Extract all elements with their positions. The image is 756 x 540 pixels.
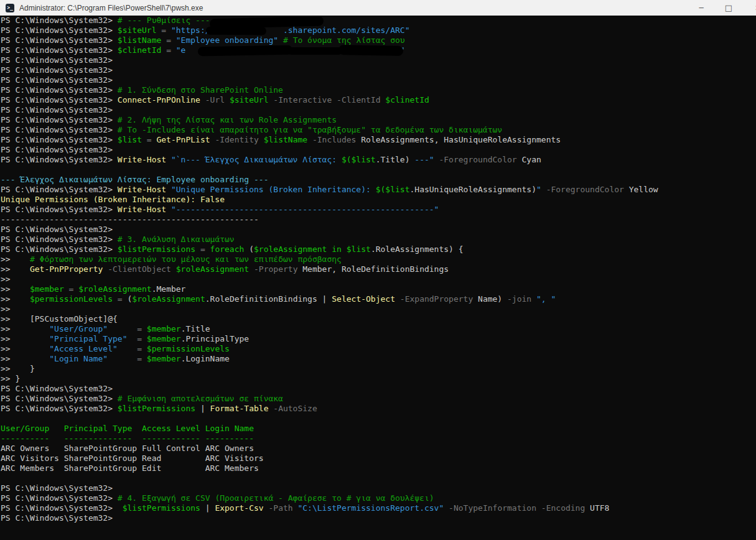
terminal-text-segment: # Φόρτωση των λεπτομερειών του μέλους κα… — [30, 254, 342, 264]
terminal-text-segment — [536, 503, 541, 513]
terminal-line: >> "Principal Type" = $member.PrincipalT… — [0, 334, 756, 344]
terminal-text-segment: --- Έλεγχος Δικαιωμάτων Λίστας: Employee… — [1, 175, 268, 184]
terminal-text-segment — [225, 95, 230, 105]
terminal-line: >> "User/Group" = $member.Title — [0, 324, 756, 334]
terminal-text-segment: >> — [1, 264, 30, 274]
terminal-text-segment: = — [147, 135, 152, 144]
terminal-line: PS C:\Windows\System32> Write-Host "Uniq… — [0, 185, 756, 195]
terminal-text-segment: User/Group Principal Type Access Level L… — [1, 424, 254, 433]
terminal-text-segment: >> } — [1, 374, 20, 383]
terminal-text-segment: -Path — [269, 503, 293, 513]
terminal-text-segment: >> — [1, 334, 49, 343]
terminal-text-segment — [166, 155, 171, 164]
terminal-text-segment: | — [195, 404, 210, 413]
terminal-text-segment: $listPermissions — [123, 503, 200, 513]
terminal-text-segment: = — [200, 244, 205, 254]
terminal-text-segment: "C:\ListPermissionsReport.csv" — [297, 503, 444, 513]
terminal-text-segment — [395, 294, 400, 304]
terminal-text-segment: ---------- -------------- ------------ -… — [1, 434, 254, 443]
terminal-line: PS C:\Windows\System32> $listName = "Emp… — [0, 35, 756, 45]
terminal-line: >> [PSCustomObject]@{ — [0, 314, 756, 324]
terminal-text-segment: "Access Level" — [49, 344, 118, 353]
terminal-text-segment: Format-Table — [210, 404, 269, 413]
minimize-button[interactable]: ─ — [689, 0, 714, 16]
terminal-text-segment: .RoleAssignments) { — [371, 244, 464, 254]
terminal-text-segment: $siteUrl — [118, 26, 157, 35]
terminal-text-segment: -Property — [254, 264, 297, 274]
terminal-text-segment — [200, 95, 205, 105]
terminal-text-segment: .RoleDefinitionBindings | — [205, 294, 332, 304]
terminal-text-segment: -AutoSize — [273, 404, 317, 413]
terminal-line: >> $permissionLevels = ($roleAssignment.… — [0, 294, 756, 304]
terminal-text-segment: $siteUrl — [230, 95, 269, 105]
terminal-text-segment: ----------------------------------------… — [1, 215, 259, 224]
terminal-text-segment: ( — [244, 244, 254, 254]
terminal-text-segment — [166, 185, 171, 194]
terminal-line: PS C:\Windows\System32> $siteUrl = "http… — [0, 26, 756, 35]
terminal-line: ---------- -------------- ------------ -… — [0, 434, 756, 444]
terminal-text-segment: Member, RoleDefinitionBindings — [297, 264, 449, 274]
terminal-text-segment: PS C:\Windows\System32> — [1, 125, 118, 134]
terminal-text-segment: PS C:\Windows\System32> — [1, 135, 118, 144]
redaction-blob — [198, 45, 292, 57]
terminal-line: >> — [0, 304, 756, 314]
redaction-blob — [338, 45, 403, 56]
terminal-text-segment: = — [166, 35, 171, 45]
terminal-line: PS C:\Windows\System32> — [0, 55, 756, 65]
terminal-text-segment: = — [137, 344, 142, 353]
terminal-text-segment: PS C:\Windows\System32> — [1, 384, 113, 393]
terminal-text-segment: PS C:\Windows\System32> — [1, 95, 118, 105]
terminal-line: PS C:\Windows\System32> $listPermissions… — [0, 404, 756, 414]
terminal-text-segment: # --- Ρυθμίσεις --- — [118, 16, 210, 25]
window-titlebar[interactable]: >_ Administrator: C:\Program Files\Power… — [0, 0, 756, 16]
terminal-text-segment: # 2. Λήψη της Λίστας και των Role Assign… — [118, 115, 337, 124]
terminal-text-segment — [166, 205, 171, 214]
terminal-text-segment: Connect-PnPOnline — [118, 95, 200, 105]
terminal-text-segment — [342, 244, 347, 254]
terminal-text-segment: = — [137, 334, 142, 343]
terminal-text-segment: ARC Members SharePointGroup Edit ARC Mem… — [1, 463, 259, 473]
terminal-text-segment: PS C:\Windows\System32> — [1, 404, 118, 413]
terminal-text-segment: PS C:\Windows\System32> — [1, 244, 118, 254]
terminal-text-segment: RoleAssignments, HasUniqueRoleAssignment… — [356, 135, 561, 144]
terminal-line: PS C:\Windows\System32> $list = Get-PnPL… — [0, 135, 756, 145]
terminal-text-segment — [128, 334, 138, 343]
terminal-text-segment: "`n--- Έλεγχος Δικαιωμάτων Λίστας: — [171, 155, 342, 164]
terminal-text-segment — [171, 264, 176, 274]
terminal-text-segment — [541, 185, 546, 194]
terminal-line: >> — [0, 274, 756, 284]
terminal-line: >> "Access Level" = $permissionLevels — [0, 344, 756, 354]
terminal-line: PS C:\Windows\System32> # --- Ρυθμίσεις … — [0, 16, 756, 26]
terminal-text-segment: $roleAssignment — [254, 244, 327, 254]
terminal-text-segment: = — [118, 294, 123, 304]
terminal-text-segment: Cyan — [517, 155, 541, 164]
terminal-text-segment: >> — [1, 284, 30, 294]
terminal-output[interactable]: PS C:\Windows\System32> # --- Ρυθμίσεις … — [0, 16, 756, 523]
terminal-text-segment: >> — [1, 344, 49, 353]
terminal-text-segment: -Identity — [215, 135, 258, 144]
terminal-line: PS C:\Windows\System32> — [0, 145, 756, 155]
terminal-text-segment: .HasUniqueRoleAssignments) — [409, 185, 536, 194]
terminal-text-segment: $listName — [118, 35, 161, 45]
terminal-text-segment: | — [200, 503, 215, 513]
terminal-line: PS C:\Windows\System32> — [0, 75, 756, 85]
terminal-text-segment: " — [536, 185, 541, 194]
terminal-text-segment: PS C:\Windows\System32> — [1, 75, 113, 85]
terminal-text-segment: "Login Name" — [49, 354, 108, 363]
terminal-text-segment: = — [137, 354, 142, 363]
terminal-text-segment — [264, 503, 269, 513]
terminal-text-segment: Write-Host — [118, 185, 166, 194]
terminal-text-segment: PS C:\Windows\System32> — [1, 205, 118, 214]
terminal-text-segment: -ExpandProperty — [400, 294, 473, 304]
terminal-text-segment: PS C:\Windows\System32> — [1, 483, 113, 493]
terminal-line: >> } — [0, 364, 756, 374]
terminal-text-segment: Export-Csv — [215, 503, 263, 513]
terminal-text-segment: $clinetId — [385, 95, 429, 105]
terminal-line: User/Group Principal Type Access Level L… — [0, 424, 756, 434]
terminal-text-segment — [161, 45, 166, 55]
close-button[interactable]: ✕ — [745, 0, 756, 16]
maximize-button[interactable]: □ — [716, 0, 741, 16]
terminal-text-segment: -ClientObject — [108, 264, 171, 274]
terminal-text-segment — [259, 135, 264, 144]
terminal-text-segment: = — [137, 324, 142, 333]
